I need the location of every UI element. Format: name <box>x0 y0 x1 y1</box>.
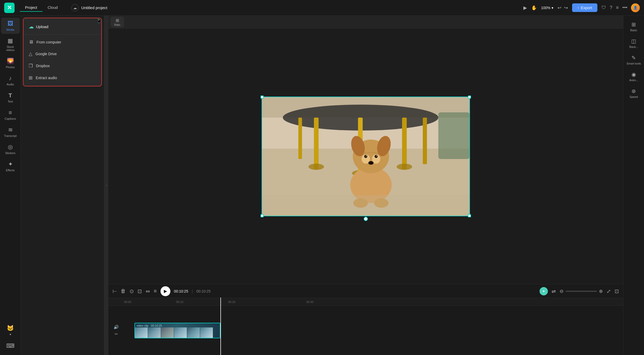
fullscreen-icon[interactable]: ⤢ <box>606 288 611 294</box>
ruler-mark-2: 00:20 <box>228 300 236 303</box>
clip-thumb-6 <box>200 327 213 338</box>
tab-project[interactable]: Project <box>20 4 42 12</box>
zoom-slider[interactable] <box>566 291 597 292</box>
upload-dropdown: ☁ Upload 🖥 From computer △ Google Drive … <box>23 18 102 86</box>
sidebar-item-captions[interactable]: ≡ Captions <box>1 107 20 123</box>
svg-point-9 <box>308 164 324 170</box>
right-panel-basic[interactable]: ⊞ Basic <box>624 19 643 34</box>
google-drive-option[interactable]: △ Google Drive <box>23 48 101 60</box>
canvas-area: ⊞ Ratio <box>108 16 623 355</box>
sidebar-bottom: 🐱 ▾ ⌨ <box>1 322 20 355</box>
sidebar-item-audio[interactable]: ♪ Audio <box>1 72 20 88</box>
upload-cloud-icon: ☁ <box>29 23 34 30</box>
clip-thumb-2 <box>148 327 161 338</box>
effects-icon: ✦ <box>8 161 13 168</box>
sidebar-item-media[interactable]: 🖼 Media <box>1 18 20 34</box>
right-panel-back[interactable]: ◫ Back... <box>624 35 643 51</box>
undo-button[interactable]: ↩ <box>558 5 561 11</box>
timeline-ruler: 00:00 00:10 00:20 00:30 <box>108 298 623 306</box>
right-panel-smart-label: Smart tools <box>627 62 641 65</box>
dropbox-option[interactable]: ❐ Dropbox <box>23 60 101 72</box>
right-panel-anim[interactable]: ◉ Anim... <box>624 69 643 84</box>
play-button[interactable]: ▶ <box>160 286 170 296</box>
more-options-icon[interactable]: ≡ <box>154 288 157 294</box>
right-panel-smart[interactable]: ✎ Smart tools <box>624 52 643 68</box>
export-button[interactable]: ↑ Export <box>572 3 597 12</box>
delete-icon[interactable]: 🗑 <box>121 288 126 294</box>
right-panel-anim-label: Anim... <box>629 79 638 82</box>
extract-audio-option[interactable]: ⊞ Extract audio <box>23 72 101 84</box>
flip-icon[interactable]: ⇔ <box>146 288 150 294</box>
sidebar-item-stickers[interactable]: ◎ Stickers <box>1 141 20 157</box>
header: ✕ Project Cloud ☁ Untitled project ▶ ✋ 1… <box>0 0 644 16</box>
ruler-mark-3: 00:30 <box>306 300 314 303</box>
sidebar-label-effects: Effects <box>6 169 15 172</box>
svg-point-11 <box>397 164 412 170</box>
more-icon[interactable]: ••• <box>622 5 627 10</box>
ratio-button[interactable]: ⊞ Ratio <box>110 17 124 28</box>
panel-collapse-handle[interactable]: ‹ <box>104 16 108 355</box>
clip-thumb-1 <box>135 327 148 338</box>
split-icon[interactable]: ⊢ <box>113 288 117 294</box>
sidebar-item-text[interactable]: T Text <box>1 90 20 106</box>
handle-top-left[interactable] <box>261 96 264 99</box>
clip-label: video clip 00:10:25 <box>137 324 162 327</box>
zoom-out-icon[interactable]: ⊖ <box>560 288 564 294</box>
right-panel: ⊞ Basic ◫ Back... ✎ Smart tools ◉ Anim..… <box>623 16 644 355</box>
audio-sync-icon[interactable]: ⇌ <box>552 288 556 294</box>
svg-point-18 <box>366 155 367 156</box>
stickers-icon: ◎ <box>8 144 13 150</box>
video-frame <box>262 97 470 216</box>
shield-icon[interactable]: 🛡 <box>602 5 606 10</box>
ai-button[interactable]: ✦ <box>540 287 548 295</box>
sidebar-item-cat[interactable]: 🐱 ▾ <box>1 322 20 339</box>
menu-icon[interactable]: ≡ <box>616 5 619 10</box>
main-area: 🖼 Media ▦ Stock videos 🌄 Photos ♪ Audio … <box>0 16 644 355</box>
crop-icon[interactable]: ⊡ <box>138 288 142 294</box>
transcript-icon: ≋ <box>8 126 13 133</box>
handle-top-right[interactable] <box>468 96 471 99</box>
sidebar-item-transcript[interactable]: ≋ Transcript <box>1 124 20 140</box>
project-title[interactable]: Untitled project <box>81 5 107 10</box>
avatar[interactable]: 👤 <box>631 3 640 12</box>
smart-tools-icon: ✎ <box>631 55 636 61</box>
sidebar-item-photos[interactable]: 🌄 Photos <box>1 55 20 71</box>
hand-tool[interactable]: ✋ <box>531 5 537 11</box>
text-icon: T <box>9 92 12 99</box>
upload-icon[interactable]: ☁ <box>71 4 79 11</box>
sidebar-item-effects[interactable]: ✦ Effects <box>1 158 20 174</box>
upload-button[interactable]: ☁ Upload <box>23 20 101 33</box>
logo[interactable]: ✕ <box>4 3 15 13</box>
zoom-control[interactable]: 100% ▾ <box>541 6 553 10</box>
rotate-handle[interactable] <box>364 217 368 221</box>
redo-button[interactable]: ↪ <box>564 5 568 11</box>
sidebar-item-stock[interactable]: ▦ Stock videos <box>1 35 20 54</box>
zoom-in-icon[interactable]: ⊕ <box>599 288 603 294</box>
sidebar-item-keyboard[interactable]: ⌨ <box>1 340 20 352</box>
panel-view-toggle[interactable]: 📱 <box>96 18 102 23</box>
handle-bottom-left[interactable] <box>261 214 264 217</box>
sidebar-label-media: Media <box>7 28 14 31</box>
from-computer-option[interactable]: 🖥 From computer <box>23 36 101 48</box>
audio-icon: ♪ <box>9 75 12 82</box>
svg-point-20 <box>368 161 374 165</box>
help-icon[interactable]: ? <box>610 5 612 10</box>
header-tabs: Project Cloud <box>20 4 63 12</box>
track-lane: video clip 00:10:25 <box>124 308 623 353</box>
canvas-viewport <box>108 29 623 284</box>
svg-rect-25 <box>438 112 469 159</box>
picture-in-picture-icon[interactable]: ⊡ <box>615 288 619 294</box>
track-edit-icon[interactable]: ✏ <box>115 332 118 337</box>
speed-icon[interactable]: ⊙ <box>129 288 134 294</box>
video-clip[interactable]: video clip 00:10:25 <box>134 323 220 338</box>
tab-cloud[interactable]: Cloud <box>42 4 63 12</box>
pointer-tool[interactable]: ▶ <box>523 5 527 11</box>
ratio-icon: ⊞ <box>116 18 119 23</box>
back-icon: ◫ <box>631 38 636 44</box>
anim-icon: ◉ <box>631 71 636 78</box>
current-time: 00:10:25 <box>174 289 188 293</box>
track-volume-icon[interactable]: 🔊 <box>114 325 119 329</box>
gdrive-icon: △ <box>29 51 32 57</box>
right-panel-speed[interactable]: ⊛ Speed <box>624 85 643 101</box>
handle-bottom-right[interactable] <box>468 214 471 217</box>
